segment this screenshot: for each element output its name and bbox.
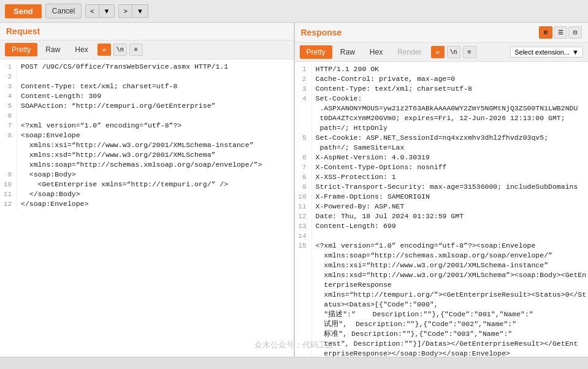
tab-request-raw[interactable]: Raw [39, 43, 67, 56]
table-row: 12Date: Thu, 18 Jul 2024 01:32:59 GMT [295, 211, 589, 221]
line-number: 8 [295, 172, 312, 182]
request-newline-icon[interactable]: \n [113, 44, 127, 56]
line-content: 标准", Description:""},{"Code":"003","Name… [316, 329, 513, 339]
table-row: atus><Datas>[{"Code":"000", [295, 300, 589, 310]
line-number [295, 300, 312, 310]
table-row: 6X-AspNet-Version: 4.0.30319 [295, 153, 589, 162]
tab-response-pretty[interactable]: Pretty [300, 45, 332, 59]
line-content: Cache-Control: private, max-age=0 [316, 74, 456, 84]
table-row: 11 </soap:Body> [0, 189, 294, 199]
line-number [295, 113, 312, 123]
table-row: 15<?xml version=“1.0” encoding=“utf-8”?>… [295, 241, 589, 251]
line-number: 6 [295, 153, 312, 162]
tab-response-hex[interactable]: Hex [363, 45, 389, 59]
nav-back-down-button[interactable]: ▼ [99, 5, 115, 17]
line-number: 10 [295, 192, 312, 202]
line-number [295, 104, 312, 113]
table-row: 3Content-Type: text/xml; charset=utf-8 [295, 84, 589, 94]
response-title: Response [301, 28, 342, 37]
line-content: Content-Type: text/xml; charset=utf-8 [21, 82, 177, 91]
line-content: <GetEnterprise xmlns=“http://tempuri.org… [21, 180, 228, 189]
table-row: path=/; HttpOnly [295, 123, 589, 133]
table-row: 5SOAPAction: “http://tempuri.org/GetEnte… [0, 101, 294, 111]
response-newline-icon[interactable]: \n [447, 46, 460, 58]
line-number: 5 [295, 133, 312, 143]
line-number: 12 [0, 199, 17, 209]
view-grid-button[interactable]: ⊞ [539, 26, 552, 39]
table-row: 2 [0, 72, 294, 82]
table-row: xmlns:xsd=“http://www.w3.org/2001/XMLSch… [295, 270, 589, 280]
line-content: xmlns:xsd=“http://www.w3.org/2001/XMLSch… [21, 150, 215, 160]
table-row: 3Content-Type: text/xml; charset=utf-8 [0, 82, 294, 91]
line-content: Content-Length: 309 [21, 91, 101, 101]
line-content: <?xml version=“1.0” encoding=“utf-8”?><s… [316, 241, 536, 251]
tab-request-hex[interactable]: Hex [68, 43, 94, 56]
request-header: Request [0, 23, 294, 40]
tab-response-raw[interactable]: Raw [334, 45, 362, 59]
nav-forward-button[interactable]: > [119, 5, 132, 17]
line-number: 6 [0, 111, 17, 121]
line-number: 3 [295, 84, 312, 94]
line-content: xmlns:soap=“http://schemas.xmlsoap.org/s… [21, 160, 262, 170]
table-row: 7<?xml version=“1.0” encoding=“utf-8”?> [0, 121, 294, 131]
table-row: xmlns:xsi=“http://www.w3.org/2001/XMLSch… [295, 261, 589, 270]
table-row: 13Content-Length: 699 [295, 221, 589, 231]
line-content: </soap:Body> [21, 189, 80, 199]
line-number [295, 261, 312, 270]
response-tabs: Pretty Raw Hex Render ⇌ \n ≡ [300, 45, 476, 59]
line-number [0, 150, 17, 160]
response-wrap-icon[interactable]: ⇌ [431, 46, 445, 58]
request-code-area[interactable]: 1POST /U9C/CS/0ffice/TransWebService.asm… [0, 59, 294, 368]
line-content: X-Content-Type-Options: nosniff [316, 162, 447, 172]
table-row: path=/; SameSite=Lax [295, 143, 589, 153]
line-number: 4 [0, 91, 17, 101]
table-row: 12</soap:Envelope> [0, 199, 294, 209]
line-content: "描述":" Description:""},{"Code":"001","Na… [316, 310, 533, 319]
table-row: 2Cache-Control: private, max-age=0 [295, 74, 589, 84]
line-number: 15 [295, 241, 312, 251]
view-list-button[interactable]: ☰ [554, 26, 567, 39]
line-number [295, 319, 312, 329]
table-row: 7X-Content-Type-Options: nosniff [295, 162, 589, 172]
table-row: 1HTTP/1.1 200 OK [295, 64, 589, 74]
line-content: Date: Thu, 18 Jul 2024 01:32:59 GMT [316, 211, 464, 221]
response-code-area[interactable]: 1HTTP/1.1 200 OK2Cache-Control: private,… [295, 62, 589, 368]
request-wrap-icon[interactable]: ⇌ [97, 44, 111, 56]
line-number: 4 [295, 94, 312, 104]
tab-request-pretty[interactable]: Pretty [5, 43, 37, 56]
table-row: xmlns:xsi=“http://www.w3.org/2001/XMLSch… [0, 140, 294, 150]
line-content: Set-Cookie: ASP.NET_SessionId=nq4xzxmhv3… [316, 133, 549, 143]
response-panel: Response ⊞ ☰ ⊟ Pretty Raw Hex Render ⇌ \… [295, 23, 589, 368]
line-number: 1 [0, 62, 17, 72]
line-content: xmlns=“http://tempuri.org/”><GetEnterpri… [316, 290, 587, 300]
nav-forward-down-button[interactable]: ▼ [132, 5, 148, 17]
table-row: t0DA4ZTcxYmM20GVm0; expires=Fri, 12-Jun-… [295, 113, 589, 123]
line-number: 7 [295, 162, 312, 172]
table-row: xmlns:soap=“http://schemas.xmlsoap.org/s… [0, 160, 294, 170]
response-menu-icon[interactable]: ≡ [463, 46, 476, 58]
line-number: 5 [0, 101, 17, 111]
send-button[interactable]: Send [5, 4, 42, 18]
nav-back-button[interactable]: < [86, 5, 99, 17]
line-content: X-Powered-By: ASP.NET [316, 202, 405, 211]
view-split-button[interactable]: ⊟ [568, 26, 582, 39]
table-row: 标准", Description:""},{"Code":"003","Name… [295, 329, 589, 339]
line-number [295, 123, 312, 133]
request-menu-icon[interactable]: ≡ [129, 44, 143, 56]
line-content: HTTP/1.1 200 OK [316, 64, 380, 74]
line-number [0, 140, 17, 150]
request-title: Request [6, 26, 40, 36]
select-extension-dropdown[interactable]: Select extension... ▼ [510, 47, 583, 58]
line-content: X-XSS-Protection: 1 [316, 172, 396, 182]
cancel-button[interactable]: Cancel [45, 4, 82, 18]
chevron-down-icon: ▼ [572, 48, 579, 56]
line-number [295, 310, 312, 319]
line-content: <soap:Body> [21, 170, 76, 180]
line-number [295, 290, 312, 300]
line-content: xmlns:soap=“http://schemas.xmlsoap.org/s… [316, 251, 552, 261]
line-content: X-Frame-Options: SAMEORIGIN [316, 192, 430, 202]
line-content: xmlns:xsd=“http://www.w3.org/2001/XMLSch… [316, 270, 587, 280]
line-content: <?xml version=“1.0” encoding=“utf-8”?> [21, 121, 181, 131]
line-content: atus><Datas>[{"Code":"000", [316, 300, 438, 310]
line-number: 3 [0, 82, 17, 91]
